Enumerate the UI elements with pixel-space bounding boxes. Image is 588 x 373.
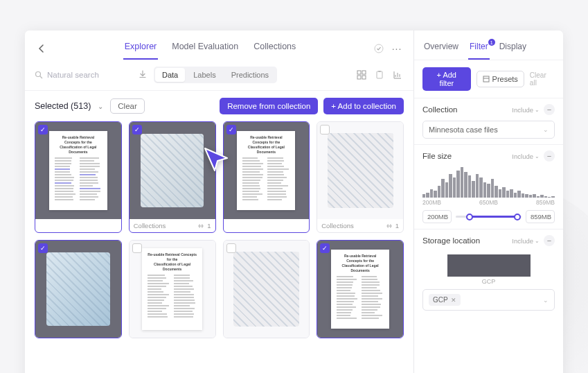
thumbnail: Re-usable Retrieval Concepts for theClas… <box>317 241 403 338</box>
more-icon[interactable]: ··· <box>390 42 404 55</box>
subtab-labels[interactable]: Labels <box>186 68 222 82</box>
footer-count: 1 <box>395 222 399 229</box>
tab-collections[interactable]: Collections <box>252 37 297 60</box>
range-slider[interactable] <box>456 216 522 218</box>
range-max[interactable]: 859MB <box>526 210 555 223</box>
filter-title: File size <box>422 152 508 160</box>
selection-count: Selected (513) <box>35 101 91 111</box>
storage-select[interactable]: GCP ✕ ⌄ <box>422 289 555 311</box>
selection-row: Selected (513) ⌄ Clear Remove from colle… <box>25 91 413 121</box>
remove-from-collection-button[interactable]: Remove from collection <box>220 98 318 114</box>
check-icon[interactable] <box>372 42 386 55</box>
clear-all-link[interactable]: Clear all <box>530 71 555 87</box>
footer-count: 1 <box>207 222 211 229</box>
checkbox[interactable]: ✓ <box>38 125 48 135</box>
result-card[interactable]: Re-usable Retrieval Concepts for theClas… <box>129 240 216 338</box>
tab-model-evaluation[interactable]: Model Evaluation <box>170 37 240 60</box>
app-window: ExplorerModel EvaluationCollections ··· … <box>25 31 563 373</box>
result-card[interactable]: ✓ <box>35 240 122 338</box>
toolbar-row: Natural search DataLabelsPredictions <box>25 60 413 91</box>
grid-view-icon[interactable] <box>355 69 368 81</box>
include-toggle[interactable]: Include ⌄ <box>512 106 540 114</box>
link-icon <box>386 223 393 229</box>
badge: 1 <box>488 39 495 46</box>
collection-value: Minnesota case files <box>429 125 498 134</box>
remove-filter-icon[interactable]: − <box>544 235 555 246</box>
presets-label: Presets <box>492 75 518 83</box>
checkbox[interactable] <box>320 125 330 135</box>
checkbox[interactable]: ✓ <box>38 243 48 253</box>
sidetab-filter[interactable]: Filter1 <box>468 37 490 60</box>
result-card[interactable]: Re-usable Retrieval Concepts for theClas… <box>317 240 404 338</box>
checkbox[interactable]: ✓ <box>226 125 236 135</box>
range-min[interactable]: 200MB <box>422 210 452 223</box>
view-switcher <box>355 69 404 81</box>
filter-title: Collection <box>422 105 508 114</box>
checkbox[interactable]: ✓ <box>132 125 142 135</box>
svg-point-1 <box>36 72 41 77</box>
filter-storage: Storage location Include ⌄ − GCP GCP ✕ ⌄ <box>414 229 563 316</box>
back-button[interactable] <box>35 42 48 55</box>
clear-button[interactable]: Clear <box>110 98 144 114</box>
presets-button[interactable]: Presets <box>476 71 524 87</box>
thumbnail: Re-usable Retrieval Concepts for theClas… <box>224 122 310 219</box>
subtab-data[interactable]: Data <box>155 68 185 82</box>
top-right-actions: ··· <box>372 42 404 55</box>
result-card[interactable]: Re-usable Retrieval Concepts for theClas… <box>223 121 310 233</box>
footer-label: Collections <box>134 222 166 229</box>
svg-rect-7 <box>377 71 382 78</box>
svg-rect-5 <box>357 76 361 79</box>
side-tabs: OverviewFilter1Display <box>414 31 563 60</box>
clipboard-icon[interactable] <box>373 69 386 81</box>
storage-label: GCP <box>422 278 555 285</box>
result-card[interactable] <box>223 240 310 338</box>
filter-collection: Collection Include ⌄ − Minnesota case fi… <box>414 98 563 144</box>
filter-toolbar: + Add filter Presets Clear all <box>414 60 563 98</box>
filesize-histogram <box>422 167 555 198</box>
sidetab-overview[interactable]: Overview <box>422 37 460 60</box>
storage-chart <box>422 252 555 277</box>
svg-rect-3 <box>357 71 361 74</box>
thumbnail <box>224 241 310 338</box>
svg-point-0 <box>375 44 383 53</box>
include-toggle[interactable]: Include ⌄ <box>512 237 540 245</box>
search-placeholder: Natural search <box>47 71 99 79</box>
svg-rect-4 <box>362 71 366 74</box>
chart-icon[interactable] <box>391 69 404 81</box>
footer-label: Collections <box>321 222 353 229</box>
download-icon[interactable] <box>139 69 147 81</box>
remove-filter-icon[interactable]: − <box>544 150 555 162</box>
subtab-predictions[interactable]: Predictions <box>224 68 276 82</box>
thumbnail: Re-usable Retrieval Concepts for theClas… <box>35 122 121 219</box>
include-toggle[interactable]: Include ⌄ <box>512 153 540 160</box>
thumbnail: Re-usable Retrieval Concepts for theClas… <box>130 241 215 338</box>
result-card[interactable]: Re-usable Retrieval Concepts for theClas… <box>35 121 122 233</box>
search-input[interactable]: Natural search <box>35 71 132 79</box>
sidetab-display[interactable]: Display <box>498 37 528 60</box>
svg-rect-9 <box>483 76 489 82</box>
remove-filter-icon[interactable]: − <box>544 104 555 115</box>
checkbox[interactable]: ✓ <box>320 243 330 253</box>
checkbox[interactable] <box>226 243 236 253</box>
svg-rect-8 <box>378 71 381 72</box>
card-footer: Collections1 <box>130 219 215 232</box>
side-panel: OverviewFilter1Display + Add filter Pres… <box>414 31 563 373</box>
svg-line-2 <box>40 76 42 78</box>
main-panel: ExplorerModel EvaluationCollections ··· … <box>25 31 414 373</box>
card-footer: Collections1 <box>317 219 403 232</box>
main-tabs: ExplorerModel EvaluationCollections <box>57 37 364 60</box>
top-bar: ExplorerModel EvaluationCollections ··· <box>25 31 413 60</box>
add-to-collection-button[interactable]: + Add to collection <box>323 98 404 114</box>
tab-explorer[interactable]: Explorer <box>123 37 159 60</box>
close-icon: ✕ <box>451 297 456 304</box>
filter-filesize: File size Include ⌄ − 200MB 650MB 859MB … <box>414 144 563 229</box>
data-type-tabs: DataLabelsPredictions <box>154 67 277 83</box>
chevron-down-icon[interactable]: ⌄ <box>98 103 103 110</box>
thumbnail <box>317 122 403 219</box>
collection-select[interactable]: Minnesota case files ⌄ <box>422 121 555 139</box>
add-filter-button[interactable]: + Add filter <box>422 67 471 91</box>
checkbox[interactable] <box>132 243 142 253</box>
filesize-range: 200MB 859MB <box>422 210 555 223</box>
storage-chip[interactable]: GCP ✕ <box>429 294 461 306</box>
result-card[interactable]: Collections1 <box>317 121 404 233</box>
